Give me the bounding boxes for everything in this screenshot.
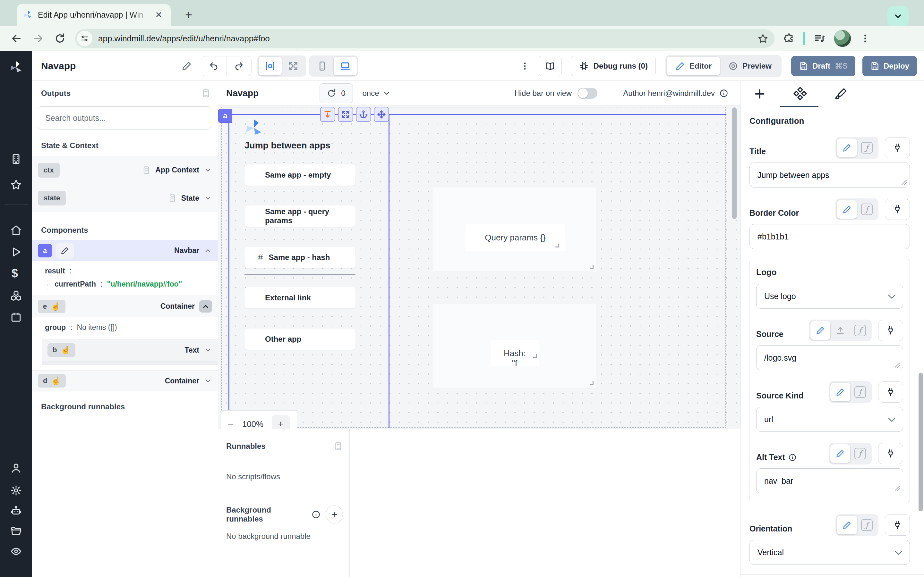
- state-badge[interactable]: state: [38, 191, 66, 205]
- connect-plug-icon[interactable]: [885, 199, 910, 220]
- deploy-button[interactable]: Deploy: [863, 56, 917, 76]
- container-hash[interactable]: Hash: "f: [433, 304, 596, 388]
- info-icon[interactable]: [719, 89, 728, 98]
- collapse-panel-icon[interactable]: [201, 89, 211, 98]
- reload-icon[interactable]: [55, 33, 65, 44]
- component-row-d[interactable]: d ☝ Container: [32, 370, 218, 392]
- tab-preview[interactable]: Preview: [720, 57, 780, 75]
- desktop-view-button[interactable]: [334, 57, 357, 75]
- bookmark-star-icon[interactable]: [758, 33, 768, 44]
- logo-select[interactable]: Use logo: [756, 284, 903, 309]
- text-hash[interactable]: Hash: "f: [491, 340, 539, 366]
- move-component-icon[interactable]: [374, 107, 389, 122]
- connect-plug-icon[interactable]: [885, 137, 910, 158]
- edit-id-pencil-icon[interactable]: [56, 243, 74, 259]
- tab-close-icon[interactable]: ✕: [153, 9, 164, 20]
- rename-pencil-icon[interactable]: [182, 61, 192, 71]
- fx-icon[interactable]: ƒ: [857, 516, 877, 534]
- chevron-down-icon[interactable]: [204, 166, 212, 174]
- extensions-puzzle-icon[interactable]: [783, 33, 795, 44]
- settings-scrollbar[interactable]: [919, 373, 923, 511]
- chevron-down-icon[interactable]: [204, 377, 212, 385]
- workspace-building-icon[interactable]: [10, 153, 22, 165]
- nav-link-same-app-hash[interactable]: # Same app - hash: [244, 247, 355, 268]
- hide-bar-toggle[interactable]: [577, 88, 598, 99]
- component-e-badge[interactable]: e ☝: [38, 300, 65, 313]
- resize-corner[interactable]: [533, 354, 537, 358]
- expand-component-icon[interactable]: [338, 107, 353, 122]
- fx-icon[interactable]: ƒ: [850, 383, 870, 401]
- folders-icon[interactable]: [10, 525, 22, 537]
- profile-avatar[interactable]: [834, 30, 851, 47]
- resize-handle-icon[interactable]: [894, 362, 900, 368]
- back-icon[interactable]: [11, 33, 22, 44]
- users-person-icon[interactable]: [10, 462, 22, 474]
- source-kind-select[interactable]: url: [756, 407, 903, 432]
- nav-link-external[interactable]: External link: [244, 287, 355, 308]
- settings-tab-component-icon[interactable]: [793, 87, 807, 101]
- fx-icon[interactable]: ƒ: [850, 444, 870, 463]
- current-path-row[interactable]: currentPath : "u/henri/navapp#foo": [47, 280, 218, 288]
- browser-menu-kebab-icon[interactable]: [860, 33, 871, 44]
- tab-search-chevron-icon[interactable]: [887, 6, 909, 27]
- resize-corner[interactable]: [590, 265, 594, 269]
- styling-tab-brush-icon[interactable]: [835, 87, 847, 100]
- resize-corner[interactable]: [590, 381, 594, 385]
- chevron-down-icon[interactable]: [204, 194, 212, 202]
- zoom-in-button[interactable]: +: [272, 415, 290, 429]
- browser-tab[interactable]: Edit App u/henri/navapp | Win ✕: [17, 4, 171, 26]
- static-pencil-icon[interactable]: [837, 139, 857, 157]
- resize-handle-icon[interactable]: [901, 179, 907, 185]
- media-controls-icon[interactable]: [814, 33, 825, 44]
- border-color-input[interactable]: #b1b1b1: [750, 224, 910, 249]
- static-pencil-icon[interactable]: [837, 516, 857, 534]
- container-query-params[interactable]: Query params {}: [433, 187, 596, 271]
- canvas-scrollbar[interactable]: [732, 107, 737, 219]
- chevron-up-icon[interactable]: [204, 247, 212, 255]
- connect-plug-icon[interactable]: [878, 320, 903, 341]
- more-options-kebab-icon[interactable]: [520, 61, 530, 71]
- draft-button[interactable]: Draft ⌘S: [791, 56, 855, 76]
- site-settings-icon[interactable]: [77, 31, 92, 46]
- resources-cubes-icon[interactable]: [10, 290, 22, 301]
- insert-tab-plus-icon[interactable]: [754, 88, 766, 100]
- schedule-select[interactable]: once: [363, 89, 391, 98]
- static-pencil-icon[interactable]: [830, 383, 850, 401]
- static-pencil-icon[interactable]: [830, 444, 850, 463]
- mobile-view-button[interactable]: [310, 57, 334, 75]
- debug-runs-button[interactable]: Debug runs (0): [571, 56, 656, 76]
- output-row-ctx[interactable]: ctx App Context: [32, 156, 218, 184]
- nav-link-same-app-empty[interactable]: Same app - empty: [244, 164, 355, 185]
- search-outputs-input[interactable]: [38, 106, 211, 129]
- title-input[interactable]: Jump between apps: [750, 163, 910, 187]
- ctx-badge[interactable]: ctx: [38, 163, 60, 177]
- windmill-logo-icon[interactable]: [9, 60, 23, 74]
- component-d-badge[interactable]: d ☝: [38, 374, 66, 388]
- resize-corner[interactable]: [556, 243, 559, 247]
- component-row-a[interactable]: a Navbar: [32, 240, 218, 261]
- tab-editor[interactable]: Editor: [667, 57, 720, 75]
- connect-plug-icon[interactable]: [878, 443, 903, 464]
- connect-plug-icon[interactable]: [885, 514, 910, 536]
- new-tab-button[interactable]: +: [182, 8, 196, 22]
- insert-component-icon[interactable]: [320, 107, 335, 122]
- text-query-params[interactable]: Query params {}: [465, 224, 565, 251]
- fx-icon[interactable]: ƒ: [857, 200, 877, 219]
- favorites-star-icon[interactable]: [10, 179, 22, 190]
- connect-plug-icon[interactable]: [878, 382, 903, 403]
- selection-right-border[interactable]: [389, 114, 389, 428]
- source-input[interactable]: /logo.svg: [756, 345, 903, 370]
- component-row-b[interactable]: b ☝ Text: [42, 339, 218, 361]
- runs-play-icon[interactable]: [10, 246, 22, 258]
- redo-button[interactable]: [226, 56, 251, 76]
- app-canvas[interactable]: a Jump between apps Same app - empty Sam…: [218, 106, 740, 429]
- static-pencil-icon[interactable]: [811, 321, 830, 340]
- settings-gear-icon[interactable]: [10, 485, 22, 496]
- workers-robot-icon[interactable]: [10, 505, 22, 516]
- url-text[interactable]: app.windmill.dev/apps/edit/u/henri/navap…: [98, 34, 752, 44]
- refresh-count-button[interactable]: 0: [320, 83, 352, 103]
- audit-eye-icon[interactable]: [10, 546, 22, 557]
- chevron-down-icon[interactable]: [204, 346, 212, 354]
- static-pencil-icon[interactable]: [837, 200, 857, 219]
- anchor-component-icon[interactable]: [356, 107, 371, 122]
